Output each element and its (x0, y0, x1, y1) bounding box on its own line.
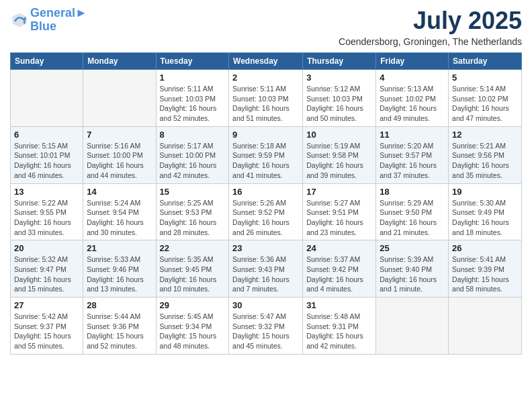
day-number: 12 (452, 130, 518, 140)
day-info: Sunrise: 5:44 AM Sunset: 9:36 PM Dayligh… (87, 312, 152, 351)
table-row: 12Sunrise: 5:21 AM Sunset: 9:56 PM Dayli… (449, 126, 522, 183)
day-info: Sunrise: 5:18 AM Sunset: 9:59 PM Dayligh… (232, 141, 299, 181)
table-row: 7Sunrise: 5:16 AM Sunset: 10:00 PM Dayli… (83, 126, 156, 183)
table-row: 5Sunrise: 5:14 AM Sunset: 10:02 PM Dayli… (449, 70, 522, 127)
table-row: 8Sunrise: 5:17 AM Sunset: 10:00 PM Dayli… (156, 126, 229, 183)
day-info: Sunrise: 5:26 AM Sunset: 9:52 PM Dayligh… (232, 198, 299, 238)
month-title: July 2025 (413, 7, 522, 35)
col-friday: Friday (376, 53, 449, 70)
table-row: 23Sunrise: 5:36 AM Sunset: 9:43 PM Dayli… (229, 240, 303, 298)
table-row: 2Sunrise: 5:11 AM Sunset: 10:03 PM Dayli… (229, 70, 303, 127)
table-row: 17Sunrise: 5:27 AM Sunset: 9:51 PM Dayli… (303, 183, 376, 240)
day-info: Sunrise: 5:33 AM Sunset: 9:46 PM Dayligh… (87, 255, 152, 294)
day-info: Sunrise: 5:29 AM Sunset: 9:50 PM Dayligh… (380, 198, 445, 238)
day-info: Sunrise: 5:20 AM Sunset: 9:57 PM Dayligh… (380, 141, 445, 181)
calendar-header-row: Sunday Monday Tuesday Wednesday Thursday… (11, 53, 522, 70)
day-number: 7 (87, 130, 152, 140)
day-number: 11 (380, 130, 445, 140)
calendar-week-row: 13Sunrise: 5:22 AM Sunset: 9:55 PM Dayli… (11, 183, 522, 240)
day-number: 31 (306, 300, 372, 310)
table-row: 14Sunrise: 5:24 AM Sunset: 9:54 PM Dayli… (83, 183, 156, 240)
day-number: 30 (232, 300, 299, 310)
header: General► Blue July 2025 (10, 7, 522, 35)
day-number: 8 (160, 130, 226, 140)
table-row: 20Sunrise: 5:32 AM Sunset: 9:47 PM Dayli… (11, 240, 83, 298)
table-row: 11Sunrise: 5:20 AM Sunset: 9:57 PM Dayli… (376, 126, 449, 183)
day-number: 10 (306, 130, 372, 140)
col-monday: Monday (83, 53, 156, 70)
subtitle: Coendersborg, Groningen, The Netherlands (10, 36, 522, 47)
table-row: 24Sunrise: 5:37 AM Sunset: 9:42 PM Dayli… (303, 240, 376, 298)
day-info: Sunrise: 5:13 AM Sunset: 10:02 PM Daylig… (380, 84, 445, 124)
table-row: 10Sunrise: 5:19 AM Sunset: 9:58 PM Dayli… (303, 126, 376, 183)
day-info: Sunrise: 5:14 AM Sunset: 10:02 PM Daylig… (452, 84, 518, 124)
day-info: Sunrise: 5:36 AM Sunset: 9:43 PM Dayligh… (232, 255, 299, 294)
calendar-week-row: 27Sunrise: 5:42 AM Sunset: 9:37 PM Dayli… (11, 298, 522, 355)
day-number: 26 (452, 243, 518, 253)
calendar-container: General► Blue July 2025 Coendersborg, Gr… (0, 0, 532, 365)
day-info: Sunrise: 5:12 AM Sunset: 10:03 PM Daylig… (306, 84, 372, 124)
day-info: Sunrise: 5:37 AM Sunset: 9:42 PM Dayligh… (306, 255, 372, 294)
day-number: 16 (232, 187, 299, 197)
day-number: 13 (14, 187, 79, 197)
table-row (376, 298, 449, 355)
day-info: Sunrise: 5:19 AM Sunset: 9:58 PM Dayligh… (306, 141, 372, 181)
table-row: 13Sunrise: 5:22 AM Sunset: 9:55 PM Dayli… (11, 183, 83, 240)
calendar-table: Sunday Monday Tuesday Wednesday Thursday… (10, 52, 522, 355)
calendar-week-row: 20Sunrise: 5:32 AM Sunset: 9:47 PM Dayli… (11, 240, 522, 298)
table-row: 19Sunrise: 5:30 AM Sunset: 9:49 PM Dayli… (449, 183, 522, 240)
col-tuesday: Tuesday (156, 53, 229, 70)
day-info: Sunrise: 5:45 AM Sunset: 9:34 PM Dayligh… (160, 312, 226, 351)
day-info: Sunrise: 5:21 AM Sunset: 9:56 PM Dayligh… (452, 141, 518, 181)
col-saturday: Saturday (449, 53, 522, 70)
table-row: 30Sunrise: 5:47 AM Sunset: 9:32 PM Dayli… (229, 298, 303, 355)
day-info: Sunrise: 5:24 AM Sunset: 9:54 PM Dayligh… (87, 198, 152, 238)
col-wednesday: Wednesday (229, 53, 303, 70)
table-row: 25Sunrise: 5:39 AM Sunset: 9:40 PM Dayli… (376, 240, 449, 298)
table-row: 31Sunrise: 5:48 AM Sunset: 9:31 PM Dayli… (303, 298, 376, 355)
logo-accent: ► (75, 6, 87, 19)
table-row: 27Sunrise: 5:42 AM Sunset: 9:37 PM Dayli… (11, 298, 83, 355)
day-number: 28 (87, 300, 152, 310)
day-number: 15 (160, 187, 226, 197)
day-info: Sunrise: 5:27 AM Sunset: 9:51 PM Dayligh… (306, 198, 372, 238)
day-number: 14 (87, 187, 152, 197)
col-sunday: Sunday (11, 53, 83, 70)
day-info: Sunrise: 5:42 AM Sunset: 9:37 PM Dayligh… (14, 312, 79, 351)
day-info: Sunrise: 5:22 AM Sunset: 9:55 PM Dayligh… (14, 198, 79, 238)
day-info: Sunrise: 5:35 AM Sunset: 9:45 PM Dayligh… (160, 255, 226, 294)
table-row: 9Sunrise: 5:18 AM Sunset: 9:59 PM Daylig… (229, 126, 303, 183)
day-info: Sunrise: 5:17 AM Sunset: 10:00 PM Daylig… (160, 141, 226, 181)
day-number: 4 (380, 73, 445, 83)
day-info: Sunrise: 5:32 AM Sunset: 9:47 PM Dayligh… (14, 255, 79, 294)
logo-icon (10, 11, 29, 30)
day-info: Sunrise: 5:11 AM Sunset: 10:03 PM Daylig… (232, 84, 299, 124)
day-number: 23 (232, 243, 299, 253)
day-number: 1 (160, 73, 226, 83)
day-number: 24 (306, 243, 372, 253)
day-number: 19 (452, 187, 518, 197)
logo-line1: General (30, 6, 75, 19)
col-thursday: Thursday (303, 53, 376, 70)
day-info: Sunrise: 5:11 AM Sunset: 10:03 PM Daylig… (160, 84, 226, 124)
day-number: 21 (87, 243, 152, 253)
calendar-week-row: 6Sunrise: 5:15 AM Sunset: 10:01 PM Dayli… (11, 126, 522, 183)
table-row (11, 70, 83, 127)
day-number: 17 (306, 187, 372, 197)
day-info: Sunrise: 5:39 AM Sunset: 9:40 PM Dayligh… (380, 255, 445, 294)
day-number: 22 (160, 243, 226, 253)
day-number: 2 (232, 73, 299, 83)
day-number: 5 (452, 73, 518, 83)
day-number: 3 (306, 73, 372, 83)
table-row: 1Sunrise: 5:11 AM Sunset: 10:03 PM Dayli… (156, 70, 229, 127)
logo: General► Blue (10, 7, 87, 34)
logo-text: General► Blue (30, 7, 87, 34)
day-info: Sunrise: 5:25 AM Sunset: 9:53 PM Dayligh… (160, 198, 226, 238)
day-number: 18 (380, 187, 445, 197)
day-info: Sunrise: 5:48 AM Sunset: 9:31 PM Dayligh… (306, 312, 372, 351)
day-info: Sunrise: 5:15 AM Sunset: 10:01 PM Daylig… (14, 141, 79, 181)
day-info: Sunrise: 5:47 AM Sunset: 9:32 PM Dayligh… (232, 312, 299, 351)
table-row: 15Sunrise: 5:25 AM Sunset: 9:53 PM Dayli… (156, 183, 229, 240)
table-row: 28Sunrise: 5:44 AM Sunset: 9:36 PM Dayli… (83, 298, 156, 355)
table-row: 4Sunrise: 5:13 AM Sunset: 10:02 PM Dayli… (376, 70, 449, 127)
